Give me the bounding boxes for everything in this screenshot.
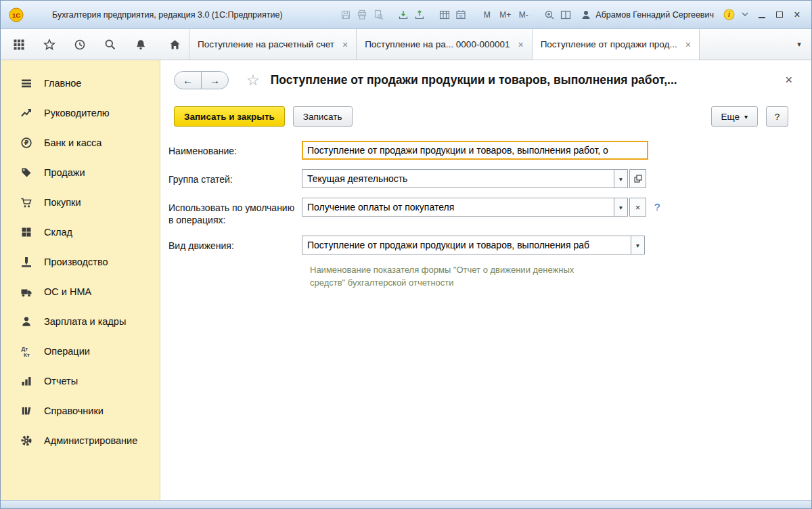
form-header: ← → ☆ Поступление от продажи продукции и… (160, 60, 811, 89)
sidebar-item-otchety[interactable]: Отчеты (1, 366, 160, 396)
1c-logo-icon: 1С (9, 7, 24, 22)
sidebar-item-label: Склад (44, 227, 72, 238)
default-op-help-link[interactable]: ? (654, 198, 660, 213)
tab-list-button[interactable]: ▾ (787, 29, 811, 60)
nav-group: ← → (174, 71, 229, 89)
more-button-label: Еще (721, 112, 740, 122)
window-close-button[interactable]: × (788, 7, 806, 22)
default-op-dropdown-icon[interactable]: ▾ (614, 198, 628, 217)
split-window-icon[interactable] (558, 7, 574, 22)
sidebar-item-pokupki[interactable]: Покупки (1, 187, 160, 217)
sidebar-item-label: Справочники (44, 405, 104, 416)
dt-kt-icon: ДтКт (20, 345, 33, 358)
cart-icon (20, 196, 33, 209)
sidebar-item-label: Покупки (44, 197, 81, 208)
sidebar-item-bank-i-kassa[interactable]: ₽ Банк и касса (1, 128, 160, 158)
default-op-input[interactable] (302, 198, 614, 217)
forward-button[interactable]: → (201, 71, 229, 89)
favorite-star-icon[interactable]: ☆ (246, 73, 260, 88)
group-open-button[interactable] (629, 169, 646, 188)
name-input[interactable] (302, 141, 648, 160)
maximize-button[interactable] (771, 7, 788, 22)
svg-text:31: 31 (459, 14, 463, 18)
save-button[interactable]: Записать (293, 106, 353, 127)
main-menu-icon[interactable] (12, 38, 26, 51)
history-icon[interactable] (73, 38, 87, 51)
truck-icon (20, 285, 33, 298)
sidebar-item-label: Производство (44, 257, 108, 267)
tab-close-icon[interactable]: × (685, 39, 691, 50)
form-area: ← → ☆ Поступление от продажи продукции и… (160, 60, 811, 500)
sidebar-item-sklad[interactable]: Склад (1, 217, 160, 247)
ruble-icon: ₽ (20, 136, 33, 150)
person-icon (20, 315, 33, 328)
import-file-icon[interactable] (395, 7, 411, 22)
svg-text:Кт: Кт (24, 352, 30, 358)
form-close-button[interactable]: × (785, 73, 792, 87)
sidebar-item-os-i-nma[interactable]: ОС и НМА (1, 277, 160, 307)
sales-tag-icon (20, 166, 33, 179)
window-bottom-frame (1, 500, 811, 508)
memory-mminus-button[interactable]: M- (514, 7, 533, 22)
search-icon[interactable] (104, 38, 117, 51)
back-button[interactable]: ← (174, 71, 202, 89)
field-hint: Наименование показателя формы "Отчет о д… (310, 264, 608, 289)
sidebar-item-label: Операции (44, 346, 90, 357)
favorites-icon[interactable] (43, 38, 56, 51)
tab-close-icon[interactable]: × (342, 39, 348, 50)
field-row-group: Группа статей: ▾ (168, 169, 811, 188)
table-icon[interactable] (436, 7, 453, 22)
info-icon[interactable]: i (721, 7, 737, 22)
default-op-field-label: Использовать по умолчанию в операциях: (168, 198, 302, 226)
memory-mplus-button[interactable]: M+ (496, 7, 514, 22)
sidebar-item-glavnoe[interactable]: Главное (1, 68, 160, 98)
tab-label: Поступление на ра... 0000-000001 (365, 39, 510, 49)
default-op-clear-button[interactable]: × (629, 198, 646, 217)
form-toolbar: Записать и закрыть Записать Еще ▾ ? (160, 89, 811, 127)
movement-combo: ▾ (302, 236, 645, 255)
sidebar-item-zarplata-i-kadry[interactable]: Зарплата и кадры (1, 307, 160, 336)
help-button[interactable]: ? (766, 106, 788, 127)
menu-lines-icon (20, 76, 33, 90)
tab-close-icon[interactable]: × (518, 39, 523, 50)
notifications-icon[interactable] (134, 38, 148, 51)
memory-m-button[interactable]: M (478, 7, 496, 22)
group-input[interactable] (302, 169, 614, 188)
sidebar-item-proizvodstvo[interactable]: Производство (1, 247, 160, 277)
sidebar-item-label: Отчеты (44, 376, 78, 386)
books-icon (20, 404, 33, 418)
sidebar-item-administrirovanie[interactable]: Администрирование (1, 426, 160, 456)
tab-postuplenie-0000-000001[interactable]: Поступление на ра... 0000-000001 × (356, 29, 532, 60)
sidebar-item-label: ОС и НМА (44, 286, 91, 297)
export-file-icon[interactable] (411, 7, 428, 22)
calendar-icon[interactable]: 31 (453, 7, 469, 22)
sidebar-item-spravochniki[interactable]: Справочники (1, 396, 160, 426)
current-user[interactable]: Абрамов Геннадий Сергеевич (581, 9, 714, 20)
group-combo: ▾ (302, 169, 628, 188)
sidebar-item-label: Руководителю (44, 108, 110, 118)
more-button[interactable]: Еще ▾ (711, 106, 759, 127)
user-name: Абрамов Геннадий Сергеевич (595, 10, 714, 20)
user-icon (581, 9, 591, 20)
group-dropdown-icon[interactable]: ▾ (614, 169, 628, 188)
sidebar-item-operacii[interactable]: ДтКт Операции (1, 336, 160, 366)
tab-label: Поступление на расчетный счет (198, 39, 334, 49)
tab-postuplenie-na-raschetnyj-schet[interactable]: Поступление на расчетный счет × (189, 29, 356, 60)
svg-text:₽: ₽ (24, 139, 29, 146)
print-preview-icon[interactable] (370, 7, 386, 22)
home-button[interactable] (160, 29, 189, 60)
sidebar-item-rukovoditelyu[interactable]: Руководителю (1, 98, 160, 128)
save-and-close-button[interactable]: Записать и закрыть (174, 106, 285, 127)
app-window: 1С Бухгалтерия предприятия, редакция 3.0… (0, 0, 812, 509)
tab-postuplenie-ot-prodazhi[interactable]: Поступление от продажи прод... × (532, 29, 699, 60)
movement-dropdown-icon[interactable]: ▾ (631, 236, 645, 255)
chevron-down-icon: ▾ (744, 113, 748, 120)
minimize-button[interactable] (753, 7, 771, 22)
movement-input[interactable] (302, 236, 631, 255)
chevron-down-icon[interactable] (737, 7, 753, 22)
save-icon[interactable] (338, 7, 354, 22)
zoom-icon[interactable] (541, 7, 558, 22)
print-icon[interactable] (354, 7, 370, 22)
field-row-name: Наименование: (168, 141, 811, 160)
sidebar-item-prodazhi[interactable]: Продажи (1, 158, 160, 187)
